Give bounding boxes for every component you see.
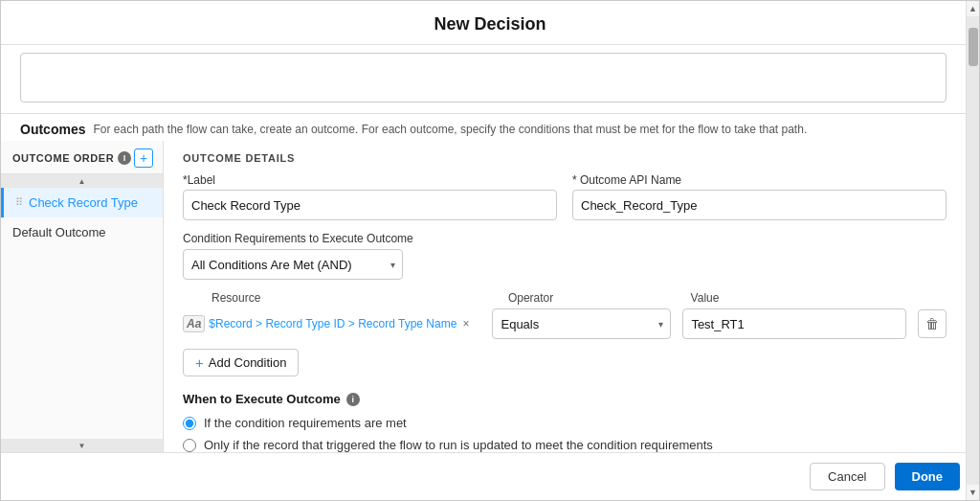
scroll-up-btn[interactable]: ▲	[967, 1, 980, 16]
condition-header-row: Resource Operator Value	[183, 291, 947, 305]
done-button[interactable]: Done	[895, 463, 961, 490]
resource-cell: Aa $Record > Record Type ID > Record Typ…	[183, 315, 480, 332]
sidebar-header: OUTCOME ORDER i +	[1, 141, 163, 174]
condition-req-label: Condition Requirements to Execute Outcom…	[183, 232, 947, 245]
value-input[interactable]	[682, 308, 906, 339]
label-input[interactable]	[183, 190, 557, 220]
add-condition-label: Add Condition	[209, 355, 287, 370]
sidebar-item-default-outcome[interactable]: Default Outcome	[1, 217, 163, 247]
condition-req-select[interactable]: All Conditions Are Met (AND) Any Conditi…	[183, 249, 403, 280]
sidebar-header-label: OUTCOME ORDER i	[12, 151, 131, 165]
table-row: Aa $Record > Record Type ID > Record Typ…	[183, 308, 947, 339]
sidebar-scroll-down[interactable]: ▼	[1, 439, 163, 452]
radio-if-met[interactable]	[183, 417, 196, 430]
col-header-resource: Resource	[212, 291, 497, 305]
col-header-action	[916, 291, 947, 305]
label-field-label: *Label	[183, 173, 557, 187]
scrollbar-right[interactable]: ▲ ▼	[966, 1, 979, 500]
modal-body: Outcomes For each path the flow can take…	[1, 45, 979, 452]
condition-req-section: Condition Requirements to Execute Outcom…	[183, 232, 947, 280]
api-name-field-label: * Outcome API Name	[572, 173, 947, 187]
outcomes-label-row: Outcomes For each path the flow can take…	[1, 114, 966, 141]
resource-close-icon[interactable]: ×	[462, 317, 469, 330]
form-row-label-api: *Label * Outcome API Name	[183, 173, 947, 220]
value-cell	[682, 308, 906, 339]
modal-overlay: New Decision Outcomes For each path the …	[0, 0, 980, 501]
col-header-value: Value	[691, 291, 904, 305]
radio-option-if-met[interactable]: If the condition requirements are met	[183, 416, 947, 430]
modal-footer: Cancel Done	[1, 452, 979, 500]
condition-req-select-wrapper: All Conditions Are Met (AND) Any Conditi…	[183, 249, 403, 280]
add-condition-button[interactable]: + Add Condition	[183, 349, 299, 376]
add-condition-plus-icon: +	[195, 354, 204, 371]
resource-text: $Record > Record Type ID > Record Type N…	[209, 317, 457, 330]
col-header-operator: Operator	[508, 291, 679, 305]
operator-cell: Equals Not Equal To Contains ▾	[492, 308, 671, 339]
modal-header: New Decision	[1, 1, 979, 45]
scroll-thumb	[969, 28, 978, 66]
outcome-details-title: OUTCOME DETAILS	[183, 152, 947, 164]
operator-select[interactable]: Equals Not Equal To Contains	[492, 308, 671, 339]
radio-updated-label: Only if the record that triggered the fl…	[204, 438, 713, 452]
api-name-field: * Outcome API Name	[572, 173, 947, 220]
sidebar-list: ▲ ⠿ Check Record Type Default Outcome ▼	[1, 174, 163, 452]
sidebar-scroll-up[interactable]: ▲	[1, 174, 163, 188]
scroll-down-btn[interactable]: ▼	[967, 485, 980, 500]
modal-title: New Decision	[434, 14, 546, 34]
outcomes-label: Outcomes	[20, 122, 85, 137]
add-outcome-button[interactable]: +	[134, 148, 153, 168]
outcome-order-info-icon[interactable]: i	[118, 151, 131, 165]
radio-updated[interactable]	[183, 439, 196, 452]
api-name-input[interactable]	[572, 190, 947, 220]
sidebar-item-label: Check Record Type	[29, 195, 138, 210]
when-to-execute-title: When to Execute Outcome i	[183, 392, 947, 406]
delete-condition-button[interactable]: 🗑	[918, 309, 947, 338]
condition-table: Resource Operator Value Aa $Record > Rec…	[183, 291, 947, 339]
outcome-details: OUTCOME DETAILS *Label * Outcome API Nam…	[164, 141, 966, 452]
sidebar-item-check-record-type[interactable]: ⠿ Check Record Type	[1, 188, 163, 217]
outcomes-description: For each path the flow can take, create …	[93, 123, 807, 136]
when-to-execute-info-icon[interactable]: i	[346, 393, 360, 406]
main-content: OUTCOME ORDER i + ▲ ⠿ Check Record Type	[1, 141, 966, 452]
radio-if-met-label: If the condition requirements are met	[204, 416, 407, 430]
trash-icon: 🗑	[925, 316, 939, 331]
scroll-track	[967, 16, 980, 485]
description-textarea[interactable]	[20, 53, 947, 102]
drag-handle-icon: ⠿	[15, 196, 23, 209]
description-area	[1, 45, 966, 114]
sidebar: OUTCOME ORDER i + ▲ ⠿ Check Record Type	[1, 141, 164, 452]
label-field: *Label	[183, 173, 557, 220]
cancel-button[interactable]: Cancel	[810, 463, 884, 490]
radio-group: If the condition requirements are met On…	[183, 416, 947, 452]
radio-option-updated[interactable]: Only if the record that triggered the fl…	[183, 438, 947, 452]
resource-type-icon: Aa	[183, 315, 205, 332]
when-to-execute-section: When to Execute Outcome i If the conditi…	[183, 392, 947, 452]
